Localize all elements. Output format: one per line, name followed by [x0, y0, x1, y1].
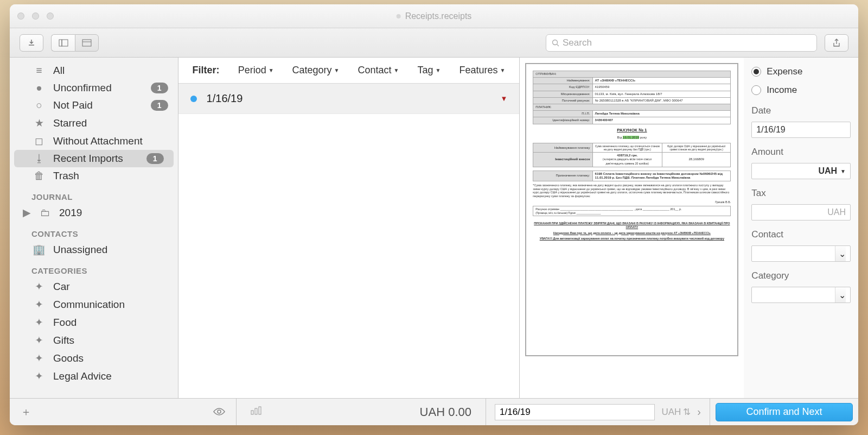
svg-rect-7: [251, 411, 253, 414]
unread-dot-icon: [190, 96, 197, 102]
list-item[interactable]: 1/16/19 ▼: [178, 84, 520, 114]
filter-category[interactable]: Category ▼: [292, 65, 340, 76]
sidebar-item-year[interactable]: ▶ 🗀 2019: [10, 204, 178, 222]
list-item-date: 1/16/19: [207, 92, 491, 105]
contact-label: Contact: [751, 229, 851, 240]
search-icon: [552, 39, 559, 47]
sidebar-item-recent-imports[interactable]: ⭳ Recent Imports 1: [14, 150, 174, 167]
sidebar-item-category[interactable]: ✦Legal Advice: [10, 367, 178, 385]
star-icon: ★: [34, 117, 44, 129]
add-button[interactable]: ＋: [21, 405, 31, 419]
sidebar-item-without-attachment[interactable]: ◻ Without Attachment: [10, 132, 178, 150]
filter-features[interactable]: Features ▼: [459, 65, 505, 76]
sidebar-item-category[interactable]: ✦Gifts: [10, 331, 178, 349]
sidebar-item-all[interactable]: ≡ All: [10, 62, 178, 79]
sidebar-header-contacts: CONTACTS: [10, 222, 178, 241]
sidebar-item-category[interactable]: ✦Goods: [10, 349, 178, 367]
amount-currency-select[interactable]: UAH▼: [751, 163, 851, 179]
chevron-down-icon: ⌄: [835, 287, 846, 302]
building-icon: 🏢: [34, 243, 44, 256]
document-preview: ОТРИМУВАЧ: Найменування:АТ «ЗНВКІФ «ТЕНН…: [520, 58, 744, 398]
type-expense-radio[interactable]: Expense: [751, 65, 851, 78]
date-input[interactable]: 1/16/19: [751, 122, 851, 138]
quick-date-input[interactable]: 1/16/19: [495, 404, 655, 420]
stack-icon: ≡: [34, 65, 44, 77]
chevron-down-icon: ▼: [394, 67, 399, 73]
app-window: Receipts.receipts Search ≡: [10, 4, 858, 425]
filter-tag[interactable]: Tag ▼: [417, 65, 441, 76]
folder-icon: 🗀: [40, 207, 50, 219]
svg-rect-9: [259, 407, 261, 414]
dashed-box-icon: ◻: [34, 135, 44, 147]
chevron-down-icon: ▼: [500, 67, 505, 73]
footer: ＋ UAH 0.00 1/16/19 UAH ⇅ › Confirm and N…: [10, 398, 858, 425]
svg-line-5: [557, 44, 559, 46]
sidebar-item-unconfirmed[interactable]: ● Unconfirmed 1: [10, 79, 178, 97]
chevron-down-icon: ▼: [840, 168, 846, 174]
view-list-button[interactable]: [51, 34, 75, 52]
svg-rect-8: [255, 408, 257, 414]
tax-input[interactable]: UAH: [751, 204, 851, 220]
tag-icon: ✦: [34, 352, 44, 364]
share-button[interactable]: [825, 34, 848, 52]
share-icon: [833, 39, 840, 47]
category-select[interactable]: ⌄: [751, 287, 851, 303]
search-placeholder: Search: [563, 37, 592, 48]
document-proxy-icon: [397, 14, 401, 18]
filter-period[interactable]: Period ▼: [238, 65, 274, 76]
sidebar-item-unassigned[interactable]: 🏢 Unassigned: [10, 241, 178, 259]
zoom-icon[interactable]: [47, 12, 54, 20]
tag-icon: ✦: [34, 298, 44, 311]
badge: 1: [151, 83, 168, 93]
contact-select[interactable]: ⌄: [751, 245, 851, 262]
receipt-list-pane: Filter: Period ▼ Category ▼ Contact ▼ Ta…: [178, 58, 520, 398]
sidebar-header-journal: JOURNAL: [10, 185, 178, 204]
document-page[interactable]: ОТРИМУВАЧ: Найменування:АТ «ЗНВКІФ «ТЕНН…: [525, 63, 738, 356]
search-input[interactable]: Search: [546, 34, 817, 52]
svg-rect-2: [82, 40, 91, 46]
radio-icon: [751, 85, 761, 95]
category-label: Category: [751, 270, 851, 281]
svg-rect-0: [59, 40, 62, 46]
svg-point-4: [553, 40, 558, 45]
amount-label: Amount: [751, 147, 851, 157]
total-amount: UAH 0.00: [272, 405, 471, 419]
view-mode-segment: [51, 34, 99, 52]
quick-currency[interactable]: UAH ⇅: [661, 406, 691, 418]
trash-icon: 🗑: [34, 170, 44, 182]
view-grid-button[interactable]: [75, 34, 99, 52]
confirm-next-button[interactable]: Confirm and Next: [716, 403, 853, 421]
traffic-lights: [17, 12, 54, 20]
filter-contact[interactable]: Contact ▼: [358, 65, 399, 76]
tag-icon: ✦: [34, 370, 44, 382]
tag-icon: ✦: [34, 334, 44, 346]
stats-button[interactable]: [251, 406, 261, 418]
chevron-down-icon: ▼: [436, 67, 441, 73]
import-button[interactable]: [20, 34, 43, 52]
download-icon: ⭳: [34, 153, 44, 165]
type-income-radio[interactable]: Income: [751, 84, 851, 97]
close-icon[interactable]: [17, 12, 24, 20]
tag-icon: ✦: [34, 316, 44, 329]
svg-point-6: [218, 410, 221, 413]
next-button[interactable]: ›: [697, 406, 701, 418]
sidebar-header-categories: CATEGORIES: [10, 259, 178, 278]
flag-icon: ▼: [500, 94, 507, 103]
date-label: Date: [751, 105, 851, 116]
sidebar-item-category[interactable]: ✦Food: [10, 313, 178, 331]
bar-chart-icon: [251, 406, 261, 415]
receipt-list: 1/16/19 ▼: [178, 84, 520, 398]
sidebar-item-not-paid[interactable]: ○ Not Paid 1: [10, 97, 178, 114]
radio-checked-icon: [751, 67, 761, 77]
sidebar-item-starred[interactable]: ★ Starred: [10, 114, 178, 132]
sidebar-item-category[interactable]: ✦Communication: [10, 295, 178, 313]
minimize-icon[interactable]: [32, 12, 39, 20]
stepper-icon: ⇅: [683, 406, 691, 418]
toggle-visibility-button[interactable]: [213, 406, 225, 418]
sidebar: ≡ All ● Unconfirmed 1 ○ Not Paid 1 ★ Sta…: [10, 58, 178, 398]
sidebar-item-category[interactable]: ✦Car: [10, 278, 178, 295]
columns-icon: [59, 39, 68, 47]
sidebar-item-trash[interactable]: 🗑 Trash: [10, 167, 178, 185]
tax-label: Tax: [751, 188, 851, 199]
filter-bar: Filter: Period ▼ Category ▼ Contact ▼ Ta…: [178, 58, 520, 84]
